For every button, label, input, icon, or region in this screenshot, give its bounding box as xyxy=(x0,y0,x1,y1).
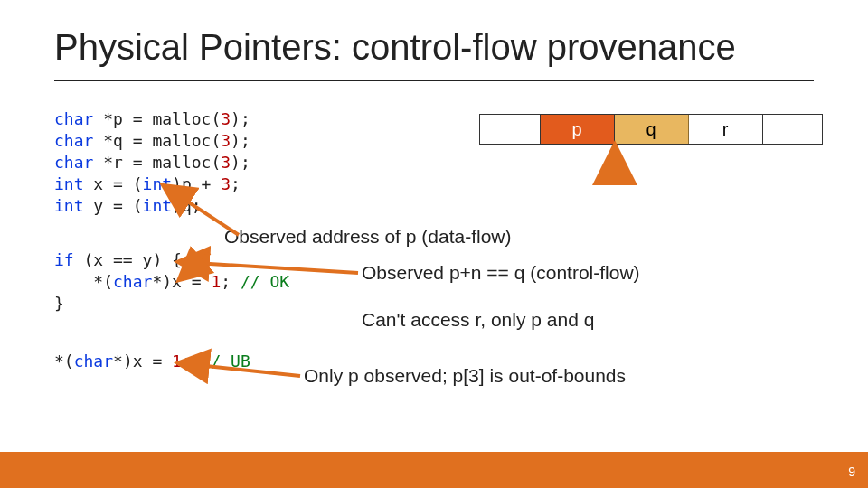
code-text: ); xyxy=(231,153,250,172)
code-text: )q; xyxy=(172,196,202,215)
keyword: int xyxy=(143,174,173,193)
footer-bar xyxy=(0,452,868,488)
code-block-ub: *(char*)x = 1; // UB xyxy=(54,351,250,372)
code-text: *)x = xyxy=(113,352,172,371)
keyword: char xyxy=(54,131,93,150)
keyword: if xyxy=(54,250,74,269)
number: 1 xyxy=(172,352,182,371)
keyword: int xyxy=(54,196,84,215)
code-text: ; xyxy=(231,174,241,193)
code-text: *)x = xyxy=(152,272,211,291)
number: 3 xyxy=(221,153,231,172)
number: 3 xyxy=(221,131,231,150)
title-underline xyxy=(54,80,814,81)
code-block-declarations: char *p = malloc(3); char *q = malloc(3)… xyxy=(54,108,250,217)
number: 1 xyxy=(211,272,221,291)
code-block-if: if (x == y) { *(char*)x = 1; // OK } xyxy=(54,249,289,314)
comment: // UB xyxy=(202,352,250,371)
code-text: } xyxy=(54,294,64,313)
code-text: ); xyxy=(231,131,250,150)
keyword: char xyxy=(54,109,93,128)
annotation-controlflow: Observed p+n == q (control-flow) xyxy=(362,262,640,284)
code-text: *( xyxy=(54,352,74,371)
mem-block-p: p xyxy=(541,115,615,144)
mem-pad-right xyxy=(763,115,823,144)
keyword: char xyxy=(54,153,93,172)
code-text: ; xyxy=(221,272,241,291)
code-text: x = ( xyxy=(84,174,143,193)
slide-title: Physical Pointers: control-flow provenan… xyxy=(54,27,736,68)
code-text: *( xyxy=(54,272,113,291)
number: 3 xyxy=(221,174,231,193)
mem-pad-left xyxy=(480,115,541,144)
code-text: *q = malloc( xyxy=(93,131,221,150)
keyword: char xyxy=(113,272,152,291)
code-text: y = ( xyxy=(84,196,143,215)
keyword: int xyxy=(143,196,173,215)
code-text: )p + xyxy=(172,174,221,193)
keyword: char xyxy=(74,352,113,371)
mem-block-q: q xyxy=(615,115,689,144)
code-text: ; xyxy=(182,352,202,371)
mem-block-r: r xyxy=(689,115,763,144)
code-text: *p = malloc( xyxy=(93,109,221,128)
comment: // OK xyxy=(241,272,289,291)
annotation-oob: Only p observed; p[3] is out-of-bounds xyxy=(304,365,626,387)
annotation-no-r: Can't access r, only p and q xyxy=(362,309,594,331)
code-text: (x == y) { xyxy=(74,250,182,269)
page-number: 9 xyxy=(848,465,855,479)
code-text: ); xyxy=(231,109,250,128)
annotation-dataflow: Observed address of p (data-flow) xyxy=(224,226,511,248)
memory-layout: p q r xyxy=(479,114,823,145)
code-text: *r = malloc( xyxy=(93,153,221,172)
number: 3 xyxy=(221,109,231,128)
keyword: int xyxy=(54,174,84,193)
